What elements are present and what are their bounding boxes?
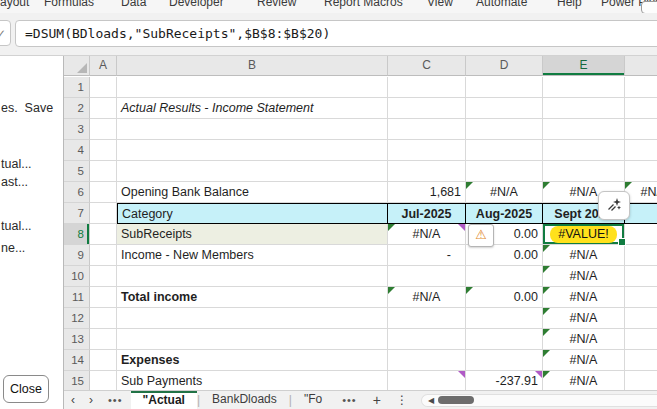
- horizontal-scrollbar-thumb[interactable]: [438, 396, 474, 404]
- cell-A7[interactable]: [90, 203, 117, 224]
- cell-E4[interactable]: [543, 140, 625, 161]
- row-header-6[interactable]: 6: [64, 182, 90, 203]
- cell-C12[interactable]: [388, 308, 466, 329]
- cell-A14[interactable]: [90, 350, 117, 371]
- cell-E9[interactable]: #N/A: [543, 245, 625, 266]
- row-header-3[interactable]: 3: [64, 119, 90, 140]
- scroll-left-icon[interactable]: ◀: [428, 396, 434, 405]
- menu-item-automate[interactable]: Automate: [476, 0, 527, 12]
- row-header-12[interactable]: 12: [64, 308, 90, 329]
- sheet-overflow-right-button[interactable]: •••: [334, 394, 365, 406]
- cell-A11[interactable]: [90, 287, 117, 308]
- cell-A4[interactable]: [90, 140, 117, 161]
- cell-F3[interactable]: [625, 119, 657, 140]
- cell-B11[interactable]: Total income: [117, 287, 388, 308]
- sheet-nav-prev-button[interactable]: ‹: [64, 393, 82, 407]
- menu-item-review[interactable]: Review: [257, 0, 296, 12]
- column-header-E[interactable]: E: [543, 56, 625, 76]
- menu-item-report-macros[interactable]: Report Macros: [324, 0, 403, 12]
- cell-B5[interactable]: [117, 161, 388, 182]
- cell-C10[interactable]: [388, 266, 466, 287]
- row-header-7[interactable]: 7: [64, 203, 90, 224]
- row-header-2[interactable]: 2: [64, 98, 90, 119]
- cell-E14[interactable]: #N/A: [543, 350, 625, 371]
- add-sheet-button[interactable]: +: [365, 392, 389, 408]
- select-all-corner[interactable]: [64, 56, 90, 76]
- cell-E12[interactable]: #N/A: [543, 308, 625, 329]
- close-button[interactable]: Close: [3, 375, 49, 403]
- menu-item-formulas[interactable]: Formulas: [44, 0, 94, 12]
- cell-E1[interactable]: [543, 77, 625, 98]
- cell-C2[interactable]: [388, 98, 466, 119]
- row-header-11[interactable]: 11: [64, 287, 90, 308]
- formula-input[interactable]: =DSUM(BDloads,"SubReceipts",$B$8:$B$20): [15, 20, 657, 47]
- sheet-nav-next-button[interactable]: ›: [82, 393, 100, 407]
- cell-E3[interactable]: [543, 119, 625, 140]
- cell-B1[interactable]: [117, 77, 388, 98]
- cell-A10[interactable]: [90, 266, 117, 287]
- cell-D4[interactable]: [466, 140, 543, 161]
- cell-F11[interactable]: [625, 287, 657, 308]
- cell-D1[interactable]: [466, 77, 543, 98]
- cell-A2[interactable]: [90, 98, 117, 119]
- menu-item-help[interactable]: Help: [557, 0, 582, 12]
- cell-B13[interactable]: [117, 329, 388, 350]
- row-header-15[interactable]: 15: [64, 371, 90, 390]
- row-header-9[interactable]: 9: [64, 245, 90, 266]
- cell-B7[interactable]: Category: [117, 203, 388, 224]
- cell-E5[interactable]: [543, 161, 625, 182]
- sheet-tab-bankdloads[interactable]: BankDloads: [200, 391, 289, 409]
- cell-F14[interactable]: [625, 350, 657, 371]
- cell-F4[interactable]: [625, 140, 657, 161]
- cell-A3[interactable]: [90, 119, 117, 140]
- sheet-tab-fo[interactable]: "Fo: [292, 391, 334, 409]
- cell-D9[interactable]: 0.00: [466, 245, 543, 266]
- cell-A9[interactable]: [90, 245, 117, 266]
- cell-D5[interactable]: [466, 161, 543, 182]
- cell-B12[interactable]: [117, 308, 388, 329]
- cell-F13[interactable]: [625, 329, 657, 350]
- enter-check-icon[interactable]: ✓: [0, 20, 11, 46]
- cell-A6[interactable]: [90, 182, 117, 203]
- cell-C7[interactable]: Jul-2025: [388, 203, 466, 224]
- cell-C15[interactable]: [388, 371, 466, 390]
- row-header-10[interactable]: 10: [64, 266, 90, 287]
- cell-C1[interactable]: [388, 77, 466, 98]
- column-header-D[interactable]: D: [466, 56, 543, 76]
- menu-item-view[interactable]: View: [427, 0, 453, 12]
- cell-C11[interactable]: #N/A: [388, 287, 466, 308]
- cell-C14[interactable]: [388, 350, 466, 371]
- cell-C4[interactable]: [388, 140, 466, 161]
- cell-F12[interactable]: [625, 308, 657, 329]
- analyze-data-sparkle-button[interactable]: [598, 191, 630, 220]
- cell-C6[interactable]: 1,681: [388, 182, 466, 203]
- horizontal-scrollbar[interactable]: ◀: [421, 394, 657, 407]
- cell-D12[interactable]: [466, 308, 543, 329]
- cell-C9[interactable]: -: [388, 245, 466, 266]
- cell-A1[interactable]: [90, 77, 117, 98]
- cell-C3[interactable]: [388, 119, 466, 140]
- fill-handle[interactable]: [618, 238, 626, 246]
- cell-C13[interactable]: [388, 329, 466, 350]
- cell-E10[interactable]: #N/A: [543, 266, 625, 287]
- cell-A13[interactable]: [90, 329, 117, 350]
- cell-E11[interactable]: #N/A: [543, 287, 625, 308]
- cell-F8[interactable]: [625, 224, 657, 245]
- cell-D6[interactable]: #N/A: [466, 182, 543, 203]
- row-header-4[interactable]: 4: [64, 140, 90, 161]
- column-header-F[interactable]: [625, 56, 657, 76]
- cell-D7[interactable]: Aug-2025: [466, 203, 543, 224]
- tab-strip-menu-button[interactable]: ⋮: [389, 393, 415, 407]
- menu-item-ayout[interactable]: ayout: [0, 0, 29, 12]
- sheet-overflow-left-button[interactable]: •••: [100, 394, 131, 406]
- cell-B4[interactable]: [117, 140, 388, 161]
- cell-F10[interactable]: [625, 266, 657, 287]
- cell-C8[interactable]: #N/A: [388, 224, 466, 245]
- cell-B2[interactable]: Actual Results - Income Statement: [117, 98, 388, 119]
- cell-E13[interactable]: #N/A: [543, 329, 625, 350]
- cell-F5[interactable]: [625, 161, 657, 182]
- cell-C5[interactable]: [388, 161, 466, 182]
- cell-A8[interactable]: [90, 224, 117, 245]
- cell-B3[interactable]: [117, 119, 388, 140]
- cell-B14[interactable]: Expenses: [117, 350, 388, 371]
